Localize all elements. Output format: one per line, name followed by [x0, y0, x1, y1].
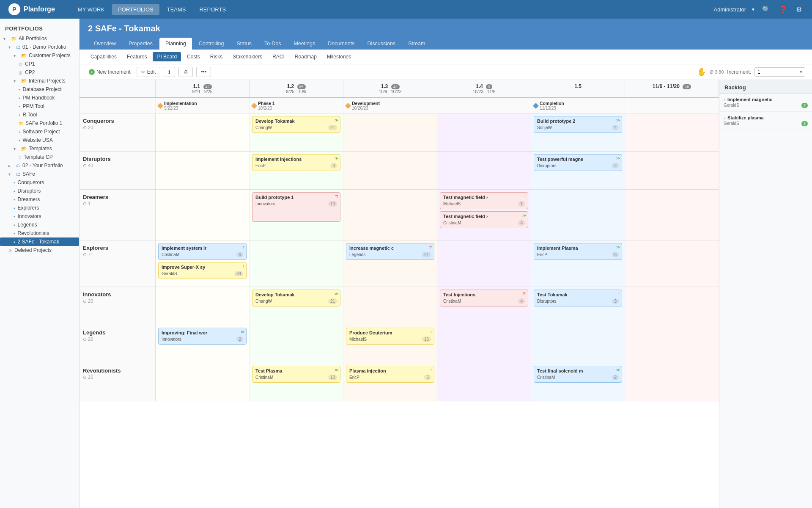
card-footer: SonjaW 4 — [537, 125, 619, 130]
story-card[interactable]: ↑ Improve Super-X sy GeraldS 34 — [158, 262, 247, 279]
story-card[interactable]: ↑ Test Tokamak Disruptors 3 — [534, 290, 622, 306]
sub-tab-costs[interactable]: Costs — [183, 52, 204, 61]
milestone-row: Implementation 9/22/23 Phase 1 10/2/23 — [80, 98, 719, 113]
story-card[interactable]: ≫ Implement Injections EricP 3 — [252, 154, 340, 171]
sidebar-item-dreamers[interactable]: ▪ Dreamers — [0, 195, 79, 204]
info-button[interactable]: ℹ — [164, 67, 175, 77]
story-card[interactable]: ↑ Produce Deuterium MichaelS 16 — [346, 328, 434, 345]
increment-select[interactable]: 1 2 3 — [754, 67, 805, 77]
sidebar-item-templates[interactable]: ▾ 📂 Templates — [0, 144, 79, 153]
backlog-item-0[interactable]: ↑ Implement magnetic GeraldS 7 — [719, 94, 812, 112]
story-card[interactable]: ≫ Test final solenoid m CristinaM 2 — [534, 366, 622, 383]
sidebar-item-legends[interactable]: ▪ Legends — [0, 221, 79, 229]
sidebar-item-explorers[interactable]: ▪ Explorers — [0, 204, 79, 212]
team-row-disruptors: Disruptors ⊙ 40 ≫ Implement Injections E… — [80, 152, 719, 190]
story-card[interactable]: ↑ Plasma injection EricP 5 — [346, 366, 434, 383]
nav-portfolios[interactable]: PORTFOLIOS — [112, 4, 159, 15]
sidebar-item-revolutionists[interactable]: ▪ Revolutionists — [0, 229, 79, 237]
sidebar-item-deleted-projects[interactable]: ⊗ Deleted Projects — [0, 246, 79, 254]
sub-tab-risks[interactable]: Risks — [206, 52, 227, 61]
card-user: EricP — [537, 252, 547, 257]
sprint-col-revolutionists-3 — [437, 363, 531, 401]
nav-mywork[interactable]: MY WORK — [72, 4, 110, 15]
story-card[interactable]: ≫ Test magnetic field › CristinaM 4 — [440, 211, 528, 228]
story-card[interactable]: ≫ Improving: Final wor Innovators 2 — [158, 328, 247, 345]
tab-properties[interactable]: Properties — [123, 38, 159, 50]
tab-documents[interactable]: Documents — [322, 38, 360, 50]
sidebar-item-cp1[interactable]: ◎ CP1 — [0, 60, 79, 68]
story-card[interactable]: ↑ Test magnetic field › MichaelS 1 — [440, 192, 528, 209]
sprint-col-revolutionists-0 — [156, 363, 250, 401]
sidebar-item-safe-portfolio-1[interactable]: 📁 SAFe Portfolio 1 — [0, 119, 79, 127]
story-card[interactable]: ≫ Test Plasma CristinaM 10 — [252, 366, 340, 383]
tab-controlling[interactable]: Controlling — [193, 38, 230, 50]
sidebar-item-template-cp[interactable]: □ Template CP — [0, 153, 79, 161]
story-card[interactable]: ≫ Develop Tokamak ChangW 21 — [252, 116, 340, 133]
sub-tab-features[interactable]: Features — [123, 52, 151, 61]
tab-meetings[interactable]: Meetings — [288, 38, 321, 50]
more-button[interactable]: ••• — [196, 67, 211, 77]
backlog-item-1[interactable]: ↓ Stabilize plasma GeraldS 8 — [719, 112, 812, 130]
nav-teams[interactable]: TEAMS — [161, 4, 192, 15]
settings-nav-button[interactable]: ⚙ — [794, 4, 804, 15]
tab-todos[interactable]: To-Dos — [258, 38, 287, 50]
sidebar-item-r-tool[interactable]: ▪ R Tool — [0, 110, 79, 119]
sidebar-item-database-project[interactable]: ▪ Database Project — [0, 85, 79, 94]
story-card[interactable]: ≫ Develop Tokamak ChangW 21 — [252, 290, 340, 306]
priority-up-icon: ↑ — [243, 264, 245, 268]
new-increment-button[interactable]: + New Increment — [86, 67, 133, 77]
story-card[interactable]: ≫ Build prototype 2 SonjaW 4 — [534, 116, 622, 133]
sprint-col-legends-0: ≫ Improving: Final wor Innovators 2 — [156, 325, 250, 363]
sidebar-item-ppm-tool[interactable]: ▪ PPM Tool — [0, 102, 79, 110]
sub-tab-roadmap[interactable]: Roadmap — [291, 52, 321, 61]
team-count-innovators: ⊙ 20 — [83, 298, 93, 304]
sidebar-item-demo-portfolio[interactable]: ▾ 🗂 01 - Demo Portfolio — [0, 43, 79, 51]
sprint-header-s5: 1.5 — [531, 80, 625, 97]
card-title: Develop Tokamak — [255, 119, 323, 124]
sidebar-item-website-usa[interactable]: ▪ Website USA — [0, 136, 79, 144]
sidebar-item-02-your-portfolio[interactable]: ▸ 🗂 02 - Your Portfolio — [0, 161, 79, 170]
story-card[interactable]: ≫ Implement Plasma EricP 5 — [534, 243, 622, 260]
sprint-dates-3: 10/9 - 10/23 — [346, 89, 434, 94]
nav-reports[interactable]: REPORTS — [193, 4, 232, 15]
print-button[interactable]: 🖨 — [178, 67, 193, 77]
card-user: GeraldS — [162, 271, 177, 276]
expand-icon: ▾ — [14, 79, 19, 83]
tab-overview[interactable]: Overview — [88, 38, 122, 50]
sidebar-item-disruptors[interactable]: ▪ Disruptors — [0, 187, 79, 195]
admin-dropdown[interactable]: Administrator — [714, 6, 746, 13]
sub-tab-piboard[interactable]: PI Board — [153, 52, 181, 61]
sidebar-item-innovators[interactable]: ▪ Innovators — [0, 212, 79, 221]
help-nav-button[interactable]: ❓ — [777, 4, 789, 15]
search-nav-button[interactable]: 🔍 — [760, 4, 772, 15]
story-card[interactable]: ⇈ Increase magnetic c Legends 21 — [346, 243, 434, 260]
priority-down-icon: ≫ — [241, 330, 244, 334]
sidebar-item-2-safe-tokamak[interactable]: ▪ 2 SAFe - Tokamak — [0, 237, 79, 246]
board-scroll[interactable]: 1.1 42 9/11 - 9/25 1.2 65 9/25 - 10/9 1.… — [80, 80, 719, 508]
team-name-innovators: Innovators — [83, 291, 111, 298]
sidebar-item-software-project[interactable]: ▪ Software Project — [0, 127, 79, 136]
sidebar-item-cp2[interactable]: ◎ CP2 — [0, 68, 79, 77]
story-card[interactable]: ⇈ Build prototype 1 Innovators 10 — [252, 192, 340, 222]
sidebar-item-customer-projects[interactable]: ▾ 📂 Customer Projects — [0, 51, 79, 60]
tab-status[interactable]: Status — [231, 38, 258, 50]
sidebar-item-conquerors[interactable]: ▪ Conquerors — [0, 178, 79, 187]
tab-stream[interactable]: Stream — [402, 38, 431, 50]
edit-button[interactable]: ✏ Edit — [137, 67, 161, 77]
story-card[interactable]: ≫ Test powerful magne Disruptors 2 — [534, 154, 622, 171]
sidebar-item-safe[interactable]: ▾ 🗂 SAFe — [0, 170, 79, 178]
sidebar-item-all-portfolios[interactable]: ▾ 📁 All Portfolios — [0, 34, 79, 43]
tab-planning[interactable]: Planning — [159, 38, 192, 50]
sub-tab-capabilities[interactable]: Capabilities — [86, 52, 121, 61]
sub-tab-milestones[interactable]: Milestones — [323, 52, 355, 61]
sub-tab-stakeholders[interactable]: Stakeholders — [228, 52, 266, 61]
tab-discussions[interactable]: Discussions — [362, 38, 402, 50]
story-card[interactable]: ↑ Implement system ir CristinaM 6 — [158, 243, 247, 260]
sidebar-item-internal-projects[interactable]: ▾ 📂 Internal Projects — [0, 77, 79, 85]
sidebar-item-pm-handbook[interactable]: ▪ PM Handbook — [0, 94, 79, 102]
story-card[interactable]: ⇈ Test Injections CristinaM 4 — [440, 290, 528, 306]
card-title: Implement Plasma — [537, 246, 605, 251]
sub-tab-raci[interactable]: RACI — [268, 52, 289, 61]
card-user: MichaelS — [443, 202, 461, 206]
milestone-date-2: 10/20/23 — [352, 106, 380, 110]
